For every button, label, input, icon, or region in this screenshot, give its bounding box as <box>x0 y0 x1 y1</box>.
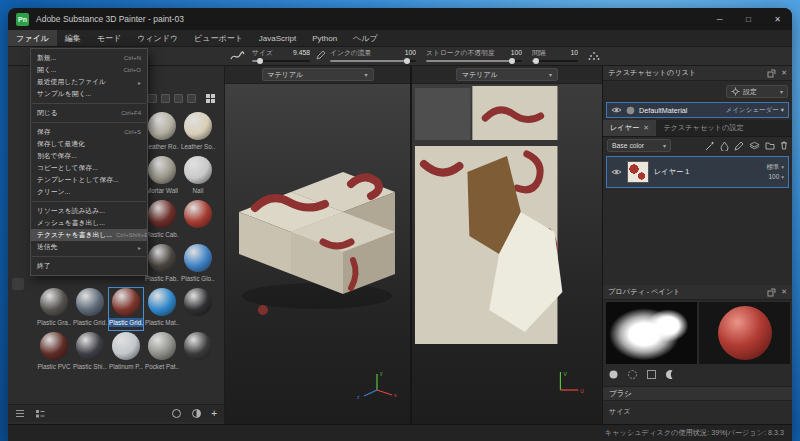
2d-uv-canvas[interactable]: V U <box>412 84 602 406</box>
tab-layers[interactable]: レイヤー ✕ <box>603 120 656 136</box>
shelf-handle-icon[interactable] <box>12 278 24 290</box>
menu-item-export-textures[interactable]: テクスチャを書き出し...Ctrl+Shift+E <box>31 229 147 241</box>
eye-icon[interactable] <box>611 168 622 176</box>
menu-item-close[interactable]: 閉じるCtrl+F4 <box>31 107 147 119</box>
grain-dots-icon[interactable] <box>588 51 600 61</box>
menu-item-open[interactable]: 開く...Ctrl+O <box>31 64 147 76</box>
shelf-filter-icon[interactable] <box>148 94 157 103</box>
shelf-filter-icon[interactable] <box>174 94 183 103</box>
menu-help[interactable]: ヘルプ <box>345 30 386 46</box>
shelf-material[interactable]: Plastic Shi... <box>73 332 107 374</box>
eclipse-icon[interactable] <box>665 369 676 380</box>
menu-javascript[interactable]: JavaScript <box>251 30 304 46</box>
menu-item-save-as[interactable]: 別名で保存... <box>31 150 147 162</box>
status-bar: キャッシュディスクの使用状況: 39%|バージョン: 8.3.3 <box>8 424 792 441</box>
brush-tip-round-icon[interactable] <box>608 369 619 380</box>
shelf-material[interactable] <box>181 332 215 374</box>
fill-layer-icon[interactable] <box>720 141 729 151</box>
spacing-slider[interactable] <box>532 57 578 65</box>
shelf-filter-icon[interactable] <box>161 94 170 103</box>
grid-view-icon[interactable] <box>205 93 216 104</box>
shelf-material[interactable]: Leather So... <box>181 112 215 154</box>
spacing-control: 間隔10 <box>532 48 578 65</box>
minimize-button[interactable]: ─ <box>705 8 734 30</box>
texture-set-item[interactable]: DefaultMaterial メインシェーダー ▾ <box>606 102 789 118</box>
menu-item-send-to[interactable]: 送信先▸ <box>31 241 147 253</box>
menu-item-exit[interactable]: 終了 <box>31 260 147 272</box>
brush-tip-soft-icon[interactable] <box>627 369 638 380</box>
layer-row[interactable]: レイヤー 1 標準▾ 100▾ <box>606 156 789 188</box>
eye-icon[interactable] <box>611 106 622 114</box>
tab-texture-set-settings[interactable]: テクスチャセットの設定 <box>656 120 751 136</box>
tab-close-icon[interactable]: ✕ <box>643 124 649 132</box>
menu-item-export-mesh[interactable]: メッシュを書き出し... <box>31 217 147 229</box>
menu-item-recent-files[interactable]: 最近使用したファイル▸ <box>31 76 147 88</box>
menu-item-new[interactable]: 新規...Ctrl+N <box>31 52 147 64</box>
folder-icon[interactable] <box>765 142 775 150</box>
shelf-material[interactable]: Plastic Cab... <box>145 200 179 242</box>
stencil-icon[interactable] <box>646 369 657 380</box>
material-label: Plastic Grid... <box>109 318 143 327</box>
menu-item-open-sample[interactable]: サンプルを開く... <box>31 88 147 100</box>
menu-file[interactable]: ファイル <box>8 30 57 46</box>
shelf-material[interactable]: Leather Ro... <box>145 112 179 154</box>
shaded-preview-icon[interactable] <box>191 408 202 419</box>
menu-edit[interactable]: 編集 <box>57 30 89 46</box>
brush-size-slider[interactable] <box>252 57 310 65</box>
undock-icon[interactable] <box>767 69 776 78</box>
shelf-material[interactable]: Plastic Grid... <box>73 288 107 330</box>
material-label: Plastic PVC <box>37 362 71 371</box>
ink-flow-slider[interactable] <box>330 57 416 65</box>
shelf-material[interactable]: Mortar Wall <box>145 156 179 198</box>
shelf-material[interactable]: Platinum P... <box>109 332 143 374</box>
shelf-material[interactable] <box>181 200 215 242</box>
texture-set-settings-dropdown[interactable]: 設定 ▾ <box>726 85 788 98</box>
shelf-material[interactable]: Plastic Mat... <box>145 288 179 330</box>
close-panel-icon[interactable]: ✕ <box>781 69 787 77</box>
paint-layer-icon[interactable] <box>734 141 744 151</box>
trash-icon[interactable] <box>780 141 788 150</box>
menu-mode[interactable]: モード <box>89 30 129 46</box>
pen-pressure-icon[interactable] <box>316 50 326 60</box>
menu-window[interactable]: ウィンドウ <box>129 30 186 46</box>
menu-item-save-as-copy[interactable]: コピーとして保存... <box>31 162 147 174</box>
viewport-3d-display-select[interactable]: マテリアル ▾ <box>262 68 374 81</box>
shelf-material[interactable]: Plastic Gra... <box>37 288 71 330</box>
brush-alpha-preview[interactable] <box>606 302 697 364</box>
layer-opacity-select[interactable]: 100▾ <box>766 172 784 182</box>
menu-python[interactable]: Python <box>304 30 345 46</box>
menu-viewport[interactable]: ビューポート <box>186 30 251 46</box>
shader-select[interactable]: メインシェーダー ▾ <box>726 106 784 115</box>
smart-material-icon[interactable] <box>749 141 760 150</box>
close-panel-icon[interactable]: ✕ <box>781 288 787 296</box>
shelf-filter-icon[interactable] <box>187 94 196 103</box>
detail-view-icon[interactable] <box>35 409 45 418</box>
viewport-2d-display-select[interactable]: マテリアル ▾ <box>456 68 558 81</box>
menu-item-import-resources[interactable]: リソースを読み込み... <box>31 205 147 217</box>
menu-item-clean[interactable]: クリーン... <box>31 186 147 198</box>
shelf-material[interactable]: Pocket Pat... <box>145 332 179 374</box>
list-view-icon[interactable] <box>15 409 25 418</box>
maximize-button[interactable]: □ <box>734 8 763 30</box>
channel-select[interactable]: Base color ▾ <box>607 139 671 152</box>
add-resource-button[interactable]: + <box>211 409 217 419</box>
shelf-material[interactable]: Nail <box>181 156 215 198</box>
menu-item-save-as-template[interactable]: テンプレートとして保存... <box>31 174 147 186</box>
close-button[interactable]: ✕ <box>763 8 792 30</box>
menu-item-save[interactable]: 保存Ctrl+S <box>31 126 147 138</box>
material-preview[interactable] <box>699 302 790 364</box>
shelf-material-selected[interactable]: Plastic Grid... <box>109 288 143 330</box>
shelf-material[interactable]: Plastic PVC <box>37 332 71 374</box>
undock-icon[interactable] <box>767 288 776 297</box>
3d-model-canvas[interactable]: y x z <box>225 84 410 406</box>
shelf-material[interactable] <box>181 288 215 330</box>
brush-section-header[interactable]: ブラシ <box>603 386 792 401</box>
shelf-material[interactable]: Plastic Fab... <box>145 244 179 286</box>
effect-wand-icon[interactable] <box>705 141 715 151</box>
stroke-opacity-slider[interactable] <box>426 57 522 65</box>
shelf-material[interactable]: Plastic Glo... <box>181 244 215 286</box>
blend-mode-select[interactable]: 標準▾ <box>766 162 784 172</box>
menu-item-save-optimize[interactable]: 保存して最適化 <box>31 138 147 150</box>
sphere-preview-icon[interactable] <box>171 408 182 419</box>
layer-thumbnail[interactable] <box>627 161 649 183</box>
